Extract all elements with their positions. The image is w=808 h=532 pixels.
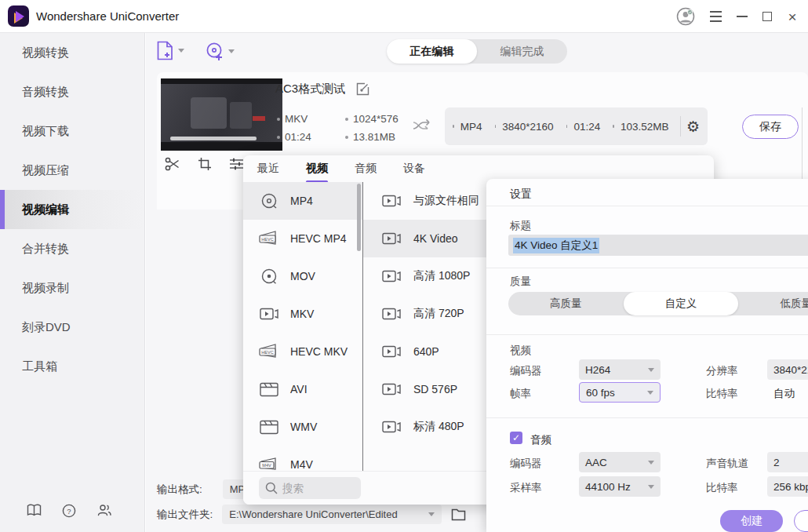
sidebar-item-audio-convert[interactable]: 音频转换 [0,72,144,111]
source-resolution: 1024*576 [345,113,399,125]
sidebar-item-toolbox[interactable]: 工具箱 [0,347,144,386]
add-file-button[interactable] [157,41,184,60]
framerate-label: 帧率 [510,387,531,401]
app-title: Wondershare UniConverter [36,9,179,23]
sidebar-item-video-convert[interactable]: 视频转换 [0,33,144,72]
output-folder-select[interactable]: E:\Wondershare UniConverter\Edited [222,505,442,524]
source-format: MKV [277,113,308,125]
output-settings-gear-icon[interactable]: ⚙ [686,118,700,136]
create-button[interactable]: 创建 [720,510,783,532]
quality-low[interactable]: 低质量 [738,292,808,315]
sidebar-item-video-compress[interactable]: 视频压缩 [0,151,144,190]
chevron-down-icon [647,391,653,395]
save-button[interactable]: 保存 [742,115,799,139]
name-label: 标题 [510,219,531,233]
audio-encoder-select[interactable]: AAC [579,452,661,472]
account-avatar-icon[interactable] [675,0,697,33]
maximize-button[interactable] [758,0,777,33]
audio-bitrate-select[interactable]: 256 kbps [767,476,808,497]
sidebar-item-screen-record[interactable]: 视频录制 [0,268,144,308]
video-camera-icon [382,269,401,283]
quality-high[interactable]: 高质量 [508,292,624,315]
video-encoder-select[interactable]: H264 [579,359,661,380]
edit-state-tabs: 正在编辑 编辑完成 [387,39,567,64]
community-icon[interactable] [96,504,112,518]
close-button[interactable]: × [783,0,802,33]
convert-shuffle-icon [413,118,433,133]
output-format-label: 输出格式: [157,483,202,497]
tab-device[interactable]: 设备 [403,155,425,182]
format-item-wmv[interactable]: WMV [243,408,362,446]
framerate-select[interactable]: 60 fps [579,382,661,403]
format-popup-tabs: 最近 视频 音频 设备 [243,155,425,182]
effects-sliders-icon[interactable] [229,157,244,171]
video-bitrate-value: 自动 [773,387,795,401]
crop-icon[interactable] [198,157,212,171]
format-item-mp4[interactable]: MP4 [243,182,362,220]
hevc-badge-icon: HEVC [259,343,279,360]
sidebar-item-video-edit[interactable]: 视频编辑 [0,190,144,229]
tab-editing[interactable]: 正在编辑 [387,39,477,64]
quality-label: 质量 [510,275,531,289]
sidebar: 视频转换 音频转换 视频下载 视频压缩 视频编辑 合并转换 视频录制 刻录DVD… [0,33,145,532]
audio-checkbox[interactable]: ✓ [510,432,522,444]
video-encoder-label: 编码器 [510,364,542,378]
sidebar-item-video-download[interactable]: 视频下载 [0,111,144,151]
selected-text: 4K Video 自定义1 [513,238,599,253]
help-icon[interactable]: ? [62,504,76,518]
samplerate-select[interactable]: 44100 Hz [579,476,661,497]
source-size: 13.81MB [345,131,395,143]
minimize-button[interactable] [733,0,752,33]
titlebar: Wondershare UniConverter × [0,0,808,33]
samplerate-label: 采样率 [510,481,542,495]
quality-segmented-control: 高质量 自定义 低质量 [508,292,808,315]
title-input[interactable]: 4K Video 自定义1 [508,235,808,256]
settings-title: 设置 [510,188,532,202]
video-camera-icon [382,231,401,246]
tab-edited[interactable]: 编辑完成 [477,39,567,64]
video-thumbnail[interactable] [161,78,282,151]
channels-select[interactable]: 2 [767,452,808,472]
format-item-hevc-mkv[interactable]: HEVC HEVC MKV [243,333,362,370]
chevron-down-icon [178,49,184,53]
open-folder-icon[interactable] [451,508,466,521]
format-item-hevc-mp4[interactable]: HEVC HEVC MP4 [243,220,362,257]
tab-video[interactable]: 视频 [306,155,328,182]
sidebar-footer: ? [0,504,145,518]
tab-audio[interactable]: 音频 [355,155,377,182]
format-item-avi[interactable]: AVI [243,370,362,408]
svg-text:?: ? [67,507,71,516]
video-camera-icon [382,420,401,434]
format-list-scrollbar[interactable] [357,184,361,251]
secondary-button-partial[interactable] [794,510,808,532]
selected-accent-bar [0,190,5,229]
search-icon [265,482,278,494]
disc-icon [259,192,279,210]
format-item-mov[interactable]: MOV [243,257,362,295]
add-disc-button[interactable] [206,42,235,60]
video-camera-icon [382,194,401,208]
video-camera-icon [382,307,401,321]
format-item-mkv[interactable]: MKV [243,295,362,333]
menu-icon[interactable] [706,0,725,33]
file-title-row: AC3格式测试 [275,82,369,97]
rename-edit-icon[interactable] [356,82,369,96]
source-duration: 01:24 [277,131,311,143]
output-info-box: MP4 3840*2160 01:24 103.52MB ⚙ [445,107,708,145]
format-list: MP4 HEVC HEVC MP4 MOV [243,182,362,483]
hevc-badge-icon: HEVC [259,230,279,247]
sidebar-item-burn-dvd[interactable]: 刻录DVD [0,308,144,347]
sidebar-item-merge-convert[interactable]: 合并转换 [0,229,144,268]
quality-custom[interactable]: 自定义 [624,292,739,315]
audio-encoder-label: 编码器 [510,457,542,471]
disc-icon [259,268,279,285]
app-window: Wondershare UniConverter × 视频转换 音频转换 视频下… [0,0,808,532]
guide-book-icon[interactable] [27,504,42,518]
output-folder-label: 输出文件夹: [157,508,213,522]
tab-recent[interactable]: 最近 [257,155,279,182]
chevron-down-icon [648,485,654,489]
resolution-select[interactable]: 3840*2160 [767,359,808,380]
audio-section-title: 音频 [530,433,551,447]
video-section-title: 视频 [510,344,531,358]
trim-scissors-icon[interactable] [165,157,180,171]
